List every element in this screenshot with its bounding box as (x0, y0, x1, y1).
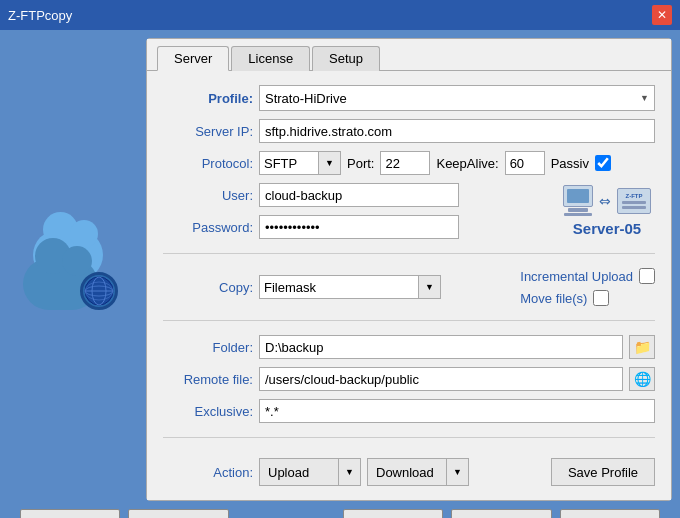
divider3 (163, 437, 655, 438)
tab-setup[interactable]: Setup (312, 46, 380, 71)
abort-button[interactable]: Abort (451, 509, 551, 518)
user-label: User: (163, 188, 253, 203)
copy-label: Copy: (163, 280, 253, 295)
server-stripe2 (622, 206, 646, 209)
remote-file-input[interactable] (259, 367, 623, 391)
divider1 (163, 253, 655, 254)
main-panel: Server License Setup Profile: Strato-HiD… (146, 38, 672, 501)
app-title: Z-FTPcopy (8, 8, 72, 23)
pc-stand (568, 208, 588, 212)
profile-select-wrapper: Strato-HiDrive (259, 85, 655, 111)
move-label: Move file(s) (520, 291, 587, 306)
tab-server[interactable]: Server (157, 46, 229, 71)
pc-base (564, 213, 592, 216)
profile-row: Profile: Strato-HiDrive (163, 85, 655, 111)
server-info: ⇔ Z-FTP Server-05 (563, 185, 655, 237)
keepalive-input[interactable] (505, 151, 545, 175)
logfile-button[interactable]: Logfile (20, 509, 120, 518)
divider2 (163, 320, 655, 321)
password-label: Password: (163, 220, 253, 235)
user-pass-section: User: Password: (163, 183, 557, 239)
close-button[interactable]: ✕ (652, 5, 672, 25)
copy-dropdown-btn[interactable]: ▼ (419, 275, 441, 299)
server-ip-label: Server IP: (163, 124, 253, 139)
incremental-label: Incremental Upload (520, 269, 633, 284)
download-select[interactable]: Download (367, 458, 447, 486)
folder-row: Folder: 📁 (163, 335, 655, 359)
main-area: Server License Setup Profile: Strato-HiD… (0, 30, 680, 518)
download-dropdown-btn[interactable]: ▼ (447, 458, 469, 486)
profile-select[interactable]: Strato-HiDrive (259, 85, 655, 111)
remote-file-label: Remote file: (163, 372, 253, 387)
remote-browse-button[interactable]: 🌐 (629, 367, 655, 391)
action-label: Action: (163, 465, 253, 480)
move-row: Move file(s) (520, 290, 655, 306)
upload-dropdown-btn[interactable]: ▼ (339, 458, 361, 486)
exclusive-row: Exclusive: (163, 399, 655, 423)
user-input[interactable] (259, 183, 459, 207)
globe-logo-icon (80, 272, 118, 310)
server-box: Z-FTP (617, 188, 651, 214)
help-button[interactable]: Help (343, 509, 443, 518)
exclusive-label: Exclusive: (163, 404, 253, 419)
folder-input[interactable] (259, 335, 623, 359)
copy-options: Incremental Upload Move file(s) (520, 268, 655, 306)
logo-cloud (23, 230, 123, 310)
remote-file-row: Remote file: 🌐 (163, 367, 655, 391)
form-area: Profile: Strato-HiDrive Server IP: Proto… (147, 70, 671, 500)
incremental-row: Incremental Upload (520, 268, 655, 284)
action-row: Action: Upload ▼ Download ▼ (163, 458, 655, 486)
upload-split-button: Upload ▼ (259, 458, 361, 486)
profile-label: Profile: (163, 91, 253, 106)
pc-screen (563, 185, 593, 207)
port-input[interactable] (380, 151, 430, 175)
password-input[interactable] (259, 215, 459, 239)
move-checkbox[interactable] (593, 290, 609, 306)
folder-browse-button[interactable]: 📁 (629, 335, 655, 359)
pc-display (567, 189, 589, 203)
passiv-checkbox[interactable] (595, 155, 611, 171)
spacer (237, 509, 335, 518)
exclusive-input[interactable] (259, 399, 655, 423)
folder-label: Folder: (163, 340, 253, 355)
server-ip-row: Server IP: (163, 119, 655, 143)
keepalive-label: KeepAlive: (436, 156, 498, 171)
pc-icon (563, 185, 593, 216)
server-icon-group: ⇔ Z-FTP (563, 185, 651, 216)
password-row: Password: (163, 215, 557, 239)
zftp-label: Z-FTP (626, 193, 643, 199)
protocol-label: Protocol: (163, 156, 253, 171)
tab-license[interactable]: License (231, 46, 310, 71)
titlebar: Z-FTPcopy ✕ (0, 0, 680, 30)
globe-svg (83, 275, 115, 307)
protocol-dropdown-btn[interactable]: ▼ (319, 151, 341, 175)
content-row: Server License Setup Profile: Strato-HiD… (8, 38, 672, 501)
copy-section-row: Copy: Filemask ▼ Incremental Upload (163, 268, 655, 306)
bottom-bar: Logfile Protocol Help Abort OK (8, 501, 672, 518)
server-ip-input[interactable] (259, 119, 655, 143)
server-stripe1 (622, 201, 646, 204)
download-split-button: Download ▼ (367, 458, 469, 486)
upload-select[interactable]: Upload (259, 458, 339, 486)
save-profile-button[interactable]: Save Profile (551, 458, 655, 486)
protocol-split-select: SFTP ▼ (259, 151, 341, 175)
passiv-label: Passiv (551, 156, 589, 171)
incremental-checkbox[interactable] (639, 268, 655, 284)
port-label: Port: (347, 156, 374, 171)
protocol-select[interactable]: SFTP (259, 151, 319, 175)
protocol-row: Protocol: SFTP ▼ Port: KeepAlive: Passiv (163, 151, 655, 175)
protocol-button[interactable]: Protocol (128, 509, 228, 518)
user-server-row: User: Password: (163, 183, 655, 239)
server-name: Server-05 (573, 220, 641, 237)
logo-area (8, 38, 138, 501)
tab-bar: Server License Setup (147, 39, 671, 70)
copy-select[interactable]: Filemask (259, 275, 419, 299)
copy-split-select: Filemask ▼ (259, 275, 441, 299)
transfer-arrows-icon: ⇔ (599, 193, 611, 209)
ok-button[interactable]: OK (560, 509, 660, 518)
server-device-icon: Z-FTP (617, 188, 651, 214)
user-row: User: (163, 183, 557, 207)
